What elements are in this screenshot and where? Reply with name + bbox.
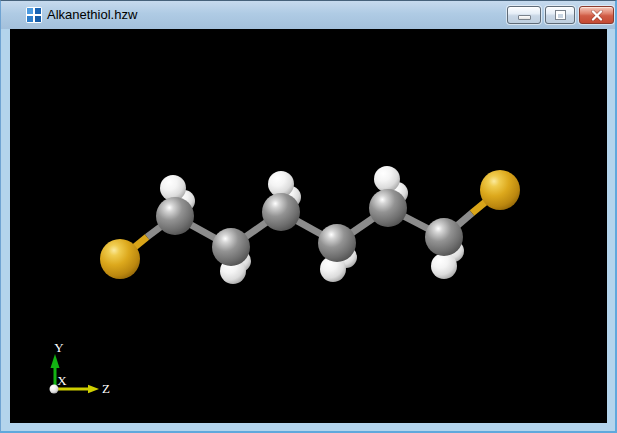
maximize-button[interactable] [545, 6, 575, 24]
close-button[interactable] [579, 6, 614, 24]
title-bar[interactable]: Alkanethiol.hzw [1, 1, 615, 29]
atom-S[interactable] [480, 170, 520, 210]
atom-H[interactable] [160, 175, 186, 201]
axis-z-arrowhead [88, 385, 99, 393]
app-icon-pane [35, 16, 41, 22]
maximize-icon [555, 10, 566, 20]
app-icon-pane [27, 16, 33, 22]
minimize-button[interactable] [507, 6, 541, 24]
viewport[interactable]: Y X Z [10, 29, 607, 423]
atom-H[interactable] [431, 253, 457, 279]
axis-indicator: Y X Z [30, 341, 120, 401]
atom-C[interactable] [212, 228, 250, 266]
app-icon[interactable] [26, 7, 42, 23]
minimize-icon [518, 15, 531, 20]
axis-y-arrowhead [51, 354, 60, 368]
axis-z-label: Z [102, 381, 110, 396]
atom-H[interactable] [374, 166, 400, 192]
atom-S[interactable] [100, 239, 140, 279]
atom-C[interactable] [425, 218, 463, 256]
close-icon [591, 10, 603, 21]
axis-y-label: Y [54, 341, 64, 355]
window: Alkanethiol.hzw [0, 0, 617, 433]
axis-x-label: X [57, 373, 67, 388]
atom-C[interactable] [262, 193, 300, 231]
app-icon-pane [27, 8, 33, 14]
app-icon-pane [35, 8, 41, 14]
atom-C[interactable] [156, 197, 194, 235]
atom-C[interactable] [369, 189, 407, 227]
atom-C[interactable] [318, 224, 356, 262]
window-title: Alkanethiol.hzw [47, 1, 137, 29]
